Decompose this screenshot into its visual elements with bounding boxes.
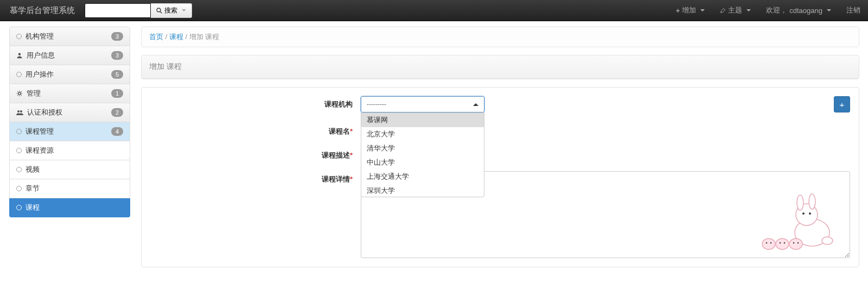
breadcrumb-sep: / bbox=[185, 33, 189, 41]
sidebar-icon bbox=[16, 185, 22, 193]
course-org-select[interactable]: --------- bbox=[361, 96, 484, 112]
breadcrumb-section[interactable]: 课程 bbox=[169, 33, 183, 41]
sidebar-item-7[interactable]: 视频 bbox=[9, 160, 130, 179]
welcome-text: 欢迎， bbox=[766, 5, 787, 15]
svg-line-1 bbox=[160, 11, 162, 13]
chevron-down-icon bbox=[827, 9, 831, 11]
label-course-name-text: 课程名 bbox=[329, 127, 350, 135]
label-course-desc-text: 课程描述 bbox=[322, 151, 350, 159]
add-menu[interactable]: + 增加 bbox=[668, 0, 713, 21]
sidebar-item-0[interactable]: 机构管理3 bbox=[9, 27, 130, 46]
sidebar-item-2[interactable]: 用户操作5 bbox=[9, 65, 130, 84]
svg-point-11 bbox=[802, 212, 805, 215]
sidebar-icon bbox=[16, 147, 22, 155]
org-option[interactable]: 深圳大学 bbox=[361, 184, 484, 197]
svg-point-12 bbox=[809, 212, 811, 215]
sidebar-item-label: 课程 bbox=[25, 203, 40, 212]
org-option[interactable]: 上海交通大学 bbox=[361, 170, 484, 184]
panel-title: 增加 课程 bbox=[142, 55, 859, 79]
org-option[interactable]: 中山大学 bbox=[361, 155, 484, 170]
panel: 增加 课程 bbox=[141, 55, 859, 79]
sidebar-item-label: 课程资源 bbox=[25, 146, 54, 155]
theme-menu-label: 主题 bbox=[728, 5, 742, 15]
chevron-down-icon bbox=[700, 9, 705, 11]
sidebar-item-label: 机构管理 bbox=[25, 32, 54, 41]
required-mark: * bbox=[350, 151, 353, 159]
sidebar-item-4[interactable]: 认证和授权2 bbox=[9, 103, 130, 122]
sidebar-icon bbox=[16, 90, 23, 97]
sidebar-badge: 3 bbox=[111, 51, 123, 60]
sidebar-item-3[interactable]: 管理1 bbox=[9, 84, 130, 103]
row-course-org: 课程机构 --------- 慕课网北京大学清华大学中山大学上海交通大学深圳大学… bbox=[144, 96, 850, 112]
main-content: 首页 / 课程 / 增加 课程 增加 课程 课程机构 --------- bbox=[136, 21, 868, 273]
brand-title: 慕学后台管理系统 bbox=[0, 5, 85, 16]
breadcrumb: 首页 / 课程 / 增加 课程 bbox=[141, 27, 859, 47]
svg-point-15 bbox=[789, 239, 802, 249]
svg-point-17 bbox=[770, 242, 772, 244]
chevron-up-icon bbox=[473, 103, 478, 106]
add-related-button[interactable]: + bbox=[834, 96, 850, 112]
required-mark: * bbox=[350, 127, 353, 135]
layout: 机构管理3用户信息3用户操作5管理1认证和授权2课程管理4课程资源视频章节课程 … bbox=[0, 21, 868, 273]
breadcrumb-home[interactable]: 首页 bbox=[149, 33, 163, 41]
svg-point-16 bbox=[766, 242, 768, 244]
sidebar-item-label: 用户操作 bbox=[25, 70, 54, 79]
sidebar-item-1[interactable]: 用户信息3 bbox=[9, 46, 130, 65]
search-icon bbox=[156, 8, 162, 14]
chevron-down-icon bbox=[746, 9, 751, 11]
svg-point-0 bbox=[157, 8, 161, 12]
sidebar-item-8[interactable]: 章节 bbox=[9, 179, 130, 198]
sidebar-badge: 4 bbox=[111, 127, 123, 136]
svg-point-14 bbox=[776, 239, 789, 249]
sidebar-badge: 3 bbox=[111, 32, 123, 41]
svg-point-20 bbox=[793, 242, 795, 244]
svg-point-19 bbox=[784, 242, 786, 244]
logout-label: 注销 bbox=[846, 5, 860, 15]
chevron-down-icon bbox=[182, 9, 186, 11]
sidebar-icon bbox=[16, 204, 22, 212]
sidebar-item-label: 认证和授权 bbox=[27, 108, 62, 117]
search-button-label: 搜索 bbox=[164, 6, 177, 15]
add-menu-label: 增加 bbox=[682, 5, 696, 15]
svg-point-4 bbox=[17, 110, 20, 112]
org-option[interactable]: 北京大学 bbox=[361, 127, 484, 141]
plus-icon: + bbox=[676, 7, 680, 15]
sidebar-badge: 5 bbox=[111, 70, 123, 79]
sidebar-icon bbox=[16, 71, 22, 79]
svg-point-21 bbox=[797, 242, 799, 244]
course-org-dropdown: 慕课网北京大学清华大学中山大学上海交通大学深圳大学四川大学达内科技 bbox=[361, 112, 484, 197]
sidebar-item-9[interactable]: 课程 bbox=[9, 198, 130, 217]
row-course-name: 课程名* bbox=[144, 123, 850, 136]
sidebar-item-label: 视频 bbox=[25, 165, 40, 174]
org-option[interactable]: 清华大学 bbox=[361, 141, 484, 155]
label-course-org: 课程机构 bbox=[144, 96, 361, 109]
logout-link[interactable]: 注销 bbox=[839, 0, 868, 21]
user-menu[interactable]: 欢迎， cdtaogang bbox=[758, 0, 839, 21]
add-course-form: 课程机构 --------- 慕课网北京大学清华大学中山大学上海交通大学深圳大学… bbox=[141, 87, 859, 267]
label-course-name: 课程名* bbox=[144, 123, 361, 136]
row-course-detail: 课程详情* bbox=[144, 171, 850, 258]
sidebar-badge: 2 bbox=[111, 108, 123, 117]
svg-point-9 bbox=[809, 194, 815, 209]
username: cdtaogang bbox=[789, 7, 822, 15]
pencil-icon bbox=[720, 8, 726, 14]
sidebar: 机构管理3用户信息3用户操作5管理1认证和授权2课程管理4课程资源视频章节课程 bbox=[0, 21, 136, 273]
top-navbar: 慕学后台管理系统 搜索 + 增加 主题 欢迎， cdtaogang 注销 bbox=[0, 0, 868, 21]
sidebar-item-label: 用户信息 bbox=[27, 51, 55, 60]
sidebar-icon bbox=[16, 128, 22, 136]
decorative-bunny-icon bbox=[758, 192, 839, 252]
label-course-desc: 课程描述* bbox=[144, 147, 361, 160]
sidebar-item-5[interactable]: 课程管理4 bbox=[9, 122, 130, 141]
svg-point-18 bbox=[780, 242, 781, 244]
sidebar-badge: 1 bbox=[111, 89, 123, 98]
required-mark: * bbox=[350, 175, 353, 183]
sidebar-item-6[interactable]: 课程资源 bbox=[9, 141, 130, 160]
theme-menu[interactable]: 主题 bbox=[712, 0, 758, 21]
svg-point-8 bbox=[797, 195, 803, 210]
sidebar-item-label: 管理 bbox=[27, 89, 41, 98]
label-course-detail: 课程详情* bbox=[144, 171, 361, 184]
course-org-value: --------- bbox=[367, 101, 386, 108]
search-input[interactable] bbox=[85, 3, 151, 18]
search-button[interactable]: 搜索 bbox=[151, 3, 192, 18]
org-option[interactable]: 慕课网 bbox=[361, 113, 484, 127]
